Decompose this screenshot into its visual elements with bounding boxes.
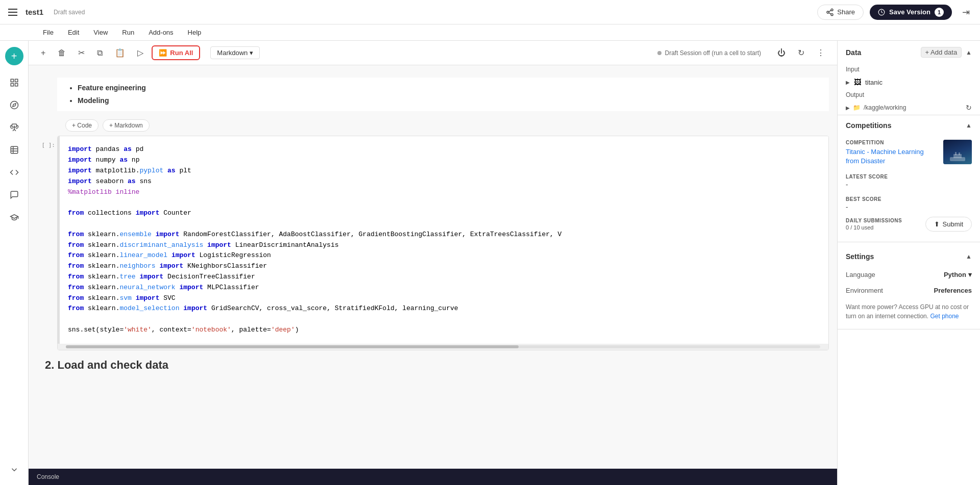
titanic-data-item[interactable]: ▶ 🖼 titanic xyxy=(838,75,980,89)
output-expand[interactable]: ▶ xyxy=(846,105,850,111)
toolbar-right: ⏻ ↻ ⋮ xyxy=(773,45,829,60)
settings-chevron[interactable]: ▲ xyxy=(966,253,972,260)
environment-value[interactable]: Preferences xyxy=(934,287,972,294)
main-layout: + + 🗑 ✂ xyxy=(0,41,980,485)
competitions-header[interactable]: Competitions ▲ xyxy=(838,115,980,136)
graduation-icon[interactable] xyxy=(5,208,23,226)
titanic-icon: 🖼 xyxy=(854,78,861,86)
run-all-button[interactable]: ⏩ Run All xyxy=(152,45,200,60)
code-cell[interactable]: import pandas as pd import numpy as np i… xyxy=(57,136,829,350)
best-score-label: BEST SCORE xyxy=(846,196,972,202)
session-status-dot xyxy=(657,51,662,55)
share-button[interactable]: Share xyxy=(817,5,864,20)
section-heading: 2. Load and check data xyxy=(29,350,837,380)
home-icon[interactable] xyxy=(5,73,23,92)
ship-silhouette-icon xyxy=(947,152,968,162)
add-data-button[interactable]: + Add data xyxy=(921,47,962,58)
code-line-15: sns.set(style='white', context='notebook… xyxy=(68,325,820,336)
bullet-item-1: Feature engineering xyxy=(78,82,821,94)
collapse-right-button[interactable]: ⇥ xyxy=(958,5,974,20)
competitions-chevron[interactable]: ▲ xyxy=(966,122,972,129)
refresh-output-icon[interactable]: ↻ xyxy=(966,104,972,112)
run-cell-button[interactable]: ▷ xyxy=(133,45,148,60)
submit-button[interactable]: ⬆ Submit xyxy=(925,217,972,232)
gpu-promo-link[interactable]: Get phone xyxy=(930,313,959,320)
code-line-2: import numpy as np xyxy=(68,155,820,166)
output-item: ▶ 📁 /kaggle/working ↻ xyxy=(838,100,980,115)
menu-view[interactable]: View xyxy=(91,27,110,38)
svg-rect-9 xyxy=(15,84,17,86)
input-label: Input xyxy=(838,64,980,75)
copy-cell-button[interactable]: ⧉ xyxy=(93,46,107,60)
submit-row: DAILY SUBMISSIONS 0 / 10 used ⬆ Submit xyxy=(838,215,980,236)
compass-icon[interactable] xyxy=(5,96,23,114)
menu-addons[interactable]: Add-ons xyxy=(146,27,175,38)
code-line-1: import pandas as pd xyxy=(68,144,820,155)
expand-icon[interactable] xyxy=(5,461,23,479)
power-button[interactable]: ⏻ xyxy=(773,46,790,60)
svg-marker-11 xyxy=(12,104,15,107)
best-score-value: - xyxy=(846,203,972,211)
save-version-button[interactable]: Save Version 1 xyxy=(870,5,952,20)
daily-submissions-info: DAILY SUBMISSIONS 0 / 10 used xyxy=(846,218,902,231)
save-version-label: Save Version xyxy=(889,8,930,16)
svg-rect-20 xyxy=(955,152,957,155)
competitions-section: Competitions ▲ COMPETITION Titanic - Mac… xyxy=(838,115,980,242)
table-icon[interactable] xyxy=(5,141,23,159)
menu-help[interactable]: Help xyxy=(186,27,204,38)
code-line-4: import seaborn as sns xyxy=(68,176,820,187)
add-cell-bar: + Code + Markdown xyxy=(57,115,837,136)
draft-saved-label: Draft saved xyxy=(54,9,85,16)
scrollbar-thumb[interactable] xyxy=(66,345,519,348)
cut-cell-button[interactable]: ✂ xyxy=(74,45,89,60)
environment-value-text: Preferences xyxy=(934,287,972,294)
comp-title-link[interactable]: Titanic - Machine Learning from Disaster xyxy=(846,148,924,165)
data-section-chevron[interactable]: ▲ xyxy=(966,49,972,56)
settings-section: Settings ▲ Language Python ▾ Environment… xyxy=(838,242,980,329)
code-line-9: from sklearn.linear_model import Logisti… xyxy=(68,250,820,261)
menu-run[interactable]: Run xyxy=(120,27,136,38)
expand-chevron[interactable]: ▶ xyxy=(846,80,850,85)
comments-icon[interactable] xyxy=(5,186,23,204)
add-code-button[interactable]: + Code xyxy=(65,119,99,132)
add-icon[interactable]: + xyxy=(5,47,23,65)
submit-label: Submit xyxy=(943,220,963,228)
code-cell-input: import pandas as pd import numpy as np i… xyxy=(58,136,828,343)
hamburger-menu[interactable] xyxy=(6,7,19,18)
code-editor-icon[interactable] xyxy=(5,163,23,182)
paste-cell-button[interactable]: 📋 xyxy=(111,45,129,60)
clock-icon xyxy=(878,9,885,16)
console-label: Console xyxy=(37,473,59,480)
data-section-header[interactable]: Data + Add data ▲ xyxy=(838,41,980,64)
scrollbar-track[interactable] xyxy=(66,345,820,348)
delete-cell-button[interactable]: 🗑 xyxy=(54,46,70,60)
svg-point-0 xyxy=(831,9,833,11)
code-line-6: from collections import Counter xyxy=(68,208,820,219)
refresh-button[interactable]: ↻ xyxy=(794,45,808,60)
code-line-11: from sklearn.tree import DecisionTreeCla… xyxy=(68,272,820,283)
add-cell-button[interactable]: + xyxy=(37,46,50,60)
console-bar[interactable]: Console xyxy=(29,469,837,485)
daily-submissions-count: 0 / 10 used xyxy=(846,224,902,231)
latest-score-value: - xyxy=(846,181,972,188)
add-markdown-button[interactable]: + Markdown xyxy=(103,119,150,132)
environment-row: Environment Preferences xyxy=(838,283,980,298)
cell-type-select[interactable]: Markdown ▾ xyxy=(210,46,260,59)
language-value-select[interactable]: Python ▾ xyxy=(944,271,972,278)
language-row: Language Python ▾ xyxy=(838,267,980,283)
data-section: Data + Add data ▲ Input ▶ 🖼 titanic Outp… xyxy=(838,41,980,115)
code-line-blank-1 xyxy=(68,197,820,208)
output-path[interactable]: ▶ 📁 /kaggle/working xyxy=(846,104,906,111)
settings-header[interactable]: Settings ▲ xyxy=(838,246,980,267)
code-content[interactable]: import pandas as pd import numpy as np i… xyxy=(60,136,828,343)
trophy-icon[interactable] xyxy=(5,118,23,137)
data-section-actions: + Add data ▲ xyxy=(921,47,972,58)
menu-file[interactable]: File xyxy=(41,27,56,38)
more-options-button[interactable]: ⋮ xyxy=(813,45,829,60)
share-label: Share xyxy=(837,8,855,16)
svg-point-2 xyxy=(831,13,833,15)
scrollbar-area[interactable] xyxy=(58,344,828,350)
menu-edit[interactable]: Edit xyxy=(66,27,81,38)
competitions-title: Competitions xyxy=(846,121,891,130)
svg-rect-21 xyxy=(959,152,960,155)
